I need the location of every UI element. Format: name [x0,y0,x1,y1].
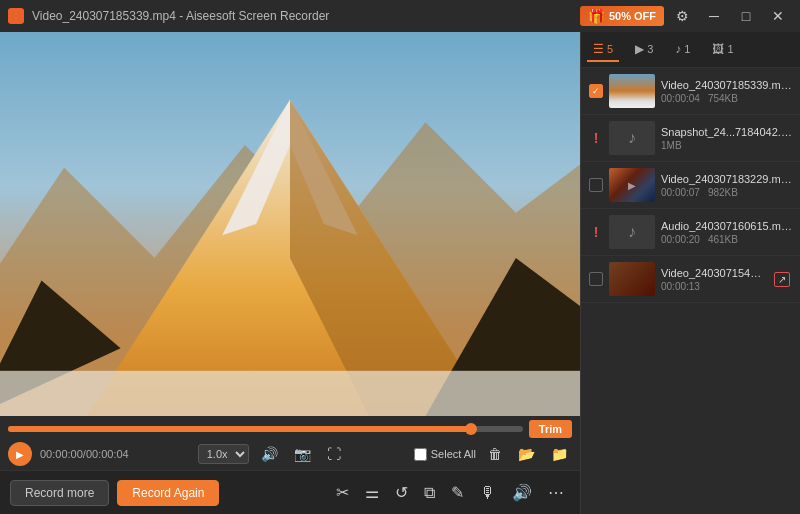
file-info: Video_240307154314.mp4 00:00:13 [661,267,766,292]
file-name: Video_240307185339.mp4 [661,79,792,91]
file-duration: 00:00:13 [661,281,700,292]
window-title: Video_240307185339.mp4 - Aiseesoft Scree… [32,9,329,23]
share-icon: ↗ [774,272,790,287]
fullscreen-button[interactable]: ⛶ [323,444,345,464]
share-action-button[interactable]: ↗ [772,269,792,289]
file-checkbox[interactable] [589,272,603,286]
volume-tool-button[interactable]: 🔊 [506,479,538,506]
file-error-icon: ! [589,225,603,239]
file-meta: 00:00:13 [661,281,766,292]
file-meta: 00:00:20 461KB [661,234,792,245]
playback-row: ▶ 00:00:00/00:00:04 1.0x 0.5x 1.5x 2.0x … [8,442,572,466]
edit-tool-button[interactable]: ✎ [445,479,470,506]
list-item[interactable]: ! ♪ Audio_240307160615.mp3 00:00:20 461K… [581,209,800,256]
file-name: Audio_240307160615.mp3 [661,220,792,232]
file-info: Audio_240307160615.mp3 00:00:20 461KB [661,220,792,245]
minimize-button[interactable]: ─ [700,5,728,27]
bottom-bar: Record more Record Again ✂ ⚌ ↺ ⧉ ✎ 🎙 🔊 ⋯ [0,470,580,514]
folder-button[interactable]: 📁 [547,444,572,464]
record-again-button[interactable]: Record Again [117,480,219,506]
rotate-tool-button[interactable]: ↺ [389,479,414,506]
tab-all[interactable]: ☰ 5 [587,38,619,62]
audio-tool-button[interactable]: 🎙 [474,480,502,506]
file-size: 461KB [708,234,738,245]
left-panel: Trim ▶ 00:00:00/00:00:04 1.0x 0.5x 1.5x … [0,32,580,514]
record-more-button[interactable]: Record more [10,480,109,506]
tab-all-count: 5 [607,43,613,55]
file-thumbnail [609,262,655,296]
image-icon: 🖼 [712,42,724,56]
list-item[interactable]: ! ♪ Snapshot_24...7184042.png 1MB [581,115,800,162]
tabs-row: ☰ 5 ▶ 3 ♪ 1 🖼 1 [581,32,800,68]
tab-audio[interactable]: ♪ 1 [669,38,696,62]
trim-button[interactable]: Trim [529,420,572,438]
select-all-label: Select All [431,448,476,460]
file-duration: 00:00:20 [661,234,700,245]
file-thumbnail: ▶ [609,168,655,202]
close-button[interactable]: ✕ [764,5,792,27]
list-item[interactable]: ✓ Video_240307185339.mp4 00:00:04 754KB [581,68,800,115]
tab-audio-count: 1 [684,43,690,55]
file-duration: 00:00:04 [661,93,700,104]
file-duration: 00:00:07 [661,187,700,198]
copy-tool-button[interactable]: ⧉ [418,480,441,506]
file-size: 982KB [708,187,738,198]
app-logo [8,8,24,24]
time-display: 00:00:00/00:00:04 [40,448,129,460]
file-checkbox[interactable] [589,178,603,192]
tab-image[interactable]: 🖼 1 [706,38,739,62]
timeline-track[interactable] [8,426,523,432]
tab-video-count: 3 [647,43,653,55]
settings-button[interactable]: ⚙ [668,5,696,27]
trim-tool-button[interactable]: ⚌ [359,479,385,506]
time-total: 00:00:04 [86,448,129,460]
file-thumbnail: ♪ [609,121,655,155]
more-tool-button[interactable]: ⋯ [542,479,570,506]
file-meta: 00:00:07 982KB [661,187,792,198]
timeline-thumb[interactable] [465,423,477,435]
timeline-row: Trim [8,420,572,438]
file-info: Video_240307185339.mp4 00:00:04 754KB [661,79,792,104]
main-area: Trim ▶ 00:00:00/00:00:04 1.0x 0.5x 1.5x … [0,32,800,514]
speed-select[interactable]: 1.0x 0.5x 1.5x 2.0x [198,444,249,464]
controls-bar: Trim ▶ 00:00:00/00:00:04 1.0x 0.5x 1.5x … [0,416,580,470]
list-item[interactable]: Video_240307154314.mp4 00:00:13 ↗ [581,256,800,303]
camera-button[interactable]: 📷 [290,444,315,464]
select-all-area: Select All [414,448,476,461]
select-all-checkbox[interactable] [414,448,427,461]
promo-text: 50% OFF [609,10,656,22]
file-thumbnail [609,74,655,108]
timeline-fill [8,426,471,432]
file-meta: 00:00:04 754KB [661,93,792,104]
delete-button[interactable]: 🗑 [484,444,506,464]
audio-icon: ♪ [675,42,681,56]
play-button[interactable]: ▶ [8,442,32,466]
file-name: Snapshot_24...7184042.png [661,126,792,138]
file-info: Video_240307183229.mp4 00:00:07 982KB [661,173,792,198]
volume-button[interactable]: 🔊 [257,444,282,464]
tab-video[interactable]: ▶ 3 [629,38,659,62]
titlebar-left: Video_240307185339.mp4 - Aiseesoft Scree… [8,8,329,24]
list-icon: ☰ [593,42,604,56]
list-item[interactable]: ▶ Video_240307183229.mp4 00:00:07 982KB [581,162,800,209]
promo-badge[interactable]: 🎁 50% OFF [580,6,664,26]
file-size: 1MB [661,140,682,151]
time-current: 00:00:00 [40,448,83,460]
right-panel: ☰ 5 ▶ 3 ♪ 1 🖼 1 ✓ [580,32,800,514]
file-thumbnail: ♪ [609,215,655,249]
restore-button[interactable]: □ [732,5,760,27]
video-preview [0,32,580,416]
cut-tool-button[interactable]: ✂ [330,479,355,506]
folder-open-button[interactable]: 📂 [514,444,539,464]
gift-icon: 🎁 [588,8,605,24]
file-checkbox[interactable]: ✓ [589,84,603,98]
video-icon: ▶ [635,42,644,56]
svg-rect-7 [0,371,580,416]
titlebar-right: 🎁 50% OFF ⚙ ─ □ ✕ [580,5,792,27]
file-size: 754KB [708,93,738,104]
file-error-icon: ! [589,131,603,145]
file-info: Snapshot_24...7184042.png 1MB [661,126,792,151]
file-list: ✓ Video_240307185339.mp4 00:00:04 754KB … [581,68,800,514]
file-name: Video_240307183229.mp4 [661,173,792,185]
bottom-tools: ✂ ⚌ ↺ ⧉ ✎ 🎙 🔊 ⋯ [330,479,570,506]
